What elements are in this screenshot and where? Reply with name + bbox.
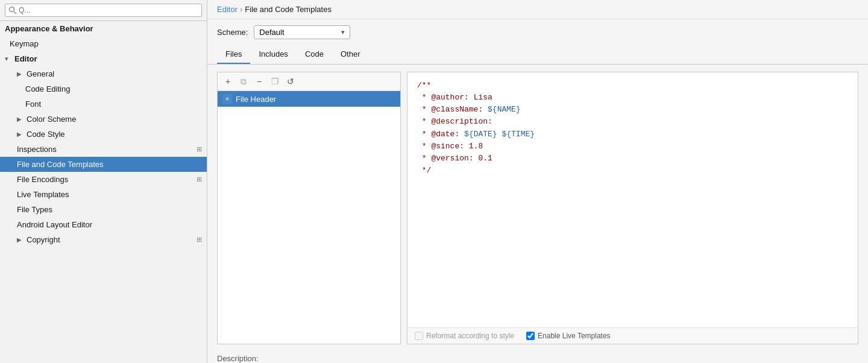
code-text: * [417,128,431,140]
sidebar: Appearance & BehaviorKeymap▾Editor▶Gener… [0,0,207,363]
sidebar-item-label: Live Templates [17,190,69,199]
tab-includes[interactable]: Includes [250,45,296,64]
code-text: @author: [431,92,468,104]
live-templates-label: Enable Live Templates [538,332,611,340]
scheme-value: Default [259,28,338,37]
sidebar-item-label: Code Style [27,130,65,139]
code-text [497,128,502,140]
sidebar-item-file-and-code-templates[interactable]: File and Code Templates [0,157,207,172]
sidebar-item-copyright[interactable]: ▶Copyright⊞ [0,232,207,247]
tab-files[interactable]: Files [217,45,250,64]
code-line: * @since: 1.8 [417,140,848,153]
sidebar-item-label: Inspections [17,145,57,154]
description-row: Description: [207,352,868,363]
sidebar-item-general[interactable]: ▶General [0,66,207,81]
chevron-icon: ▶ [17,71,24,77]
remove-template-button[interactable]: − [253,75,266,88]
code-line: */ [417,165,848,177]
code-text: @description: [431,116,492,128]
tab-code[interactable]: Code [297,45,332,64]
code-line: * @date: ${DATE} ${TIME} [417,128,848,140]
sidebar-item-label: Code Editing [25,84,70,93]
file-list: ≡File Header [218,91,400,344]
add-template-button[interactable]: + [221,75,234,88]
sidebar-item-keymap[interactable]: Keymap [0,36,207,51]
live-templates-checkbox-item: Enable Live Templates [526,332,611,340]
sidebar-item-label: Android Layout Editor [17,220,92,229]
search-input[interactable] [5,4,202,17]
editor-area: + ⧉ − ❐ ↺ ≡File Header /** * @author: Li… [207,65,868,352]
scheme-select[interactable]: Default ▾ [254,25,350,39]
code-variable: ${TIME} [502,128,535,140]
sidebar-item-label: Copyright [27,235,60,244]
code-line: * @description: [417,116,848,128]
sidebar-item-label: Appearance & Behavior [5,24,93,33]
code-text: */ [417,165,431,177]
sidebar-item-file-types[interactable]: File Types [0,202,207,217]
sidebar-item-font[interactable]: Font [0,96,207,112]
sidebar-item-file-encodings[interactable]: File Encodings⊞ [0,172,207,187]
code-editor[interactable]: /** * @author: Lisa * @className: ${NAME… [407,72,858,327]
content-area: Editor › File and Code Templates Scheme:… [207,0,868,363]
sidebar-item-code-style[interactable]: ▶Code Style [0,127,207,142]
sidebar-item-color-scheme[interactable]: ▶Color Scheme [0,112,207,127]
scheme-dropdown-arrow: ▾ [341,28,345,36]
copy-template-button[interactable]: ⧉ [237,75,250,88]
code-footer: Reformat according to style Enable Live … [407,327,858,344]
code-text: 0.1 [474,153,492,165]
code-text: * [417,140,431,153]
sidebar-right-icon: ⊞ [197,175,202,183]
chevron-icon: ▶ [17,131,24,137]
revert-template-button[interactable]: ↺ [284,75,297,88]
code-text: /** [417,80,431,92]
scheme-label: Scheme: [217,28,248,37]
sidebar-item-label: File Encodings [17,175,68,184]
code-line: /** [417,80,848,92]
sidebar-item-live-templates[interactable]: Live Templates [0,187,207,202]
code-panel: /** * @author: Lisa * @className: ${NAME… [407,72,858,344]
sidebar-item-label: Editor [14,54,37,63]
main-container: Appearance & BehaviorKeymap▾Editor▶Gener… [0,0,868,363]
sidebar-item-label: Color Scheme [27,115,76,124]
breadcrumb-current: File and Code Templates [245,5,332,14]
chevron-icon: ▶ [17,116,24,122]
code-text: * [417,104,431,116]
clone-template-button[interactable]: ❐ [268,75,281,88]
sidebar-item-label: Font [25,99,41,109]
live-templates-checkbox[interactable] [526,332,535,340]
sidebar-item-appearance[interactable]: Appearance & Behavior [0,21,207,36]
sidebar-item-inspections[interactable]: Inspections⊞ [0,142,207,157]
code-text: 1.8 [464,140,483,153]
code-text: Lisa [469,92,492,104]
code-text: * [417,116,431,128]
scheme-row: Scheme: Default ▾ [207,19,868,45]
code-text: @version: [431,153,473,165]
chevron-icon: ▾ [5,55,12,62]
sidebar-right-icon: ⊞ [197,145,202,153]
sidebar-right-icon: ⊞ [197,236,202,244]
code-text [483,104,488,116]
sidebar-item-label: Keymap [10,39,39,48]
code-line: * @version: 0.1 [417,153,848,165]
code-text: @date: [431,128,459,140]
tabs-bar: FilesIncludesCodeOther [207,45,868,65]
description-label: Description: [217,354,259,363]
file-icon: ≡ [222,94,232,104]
code-variable: ${NAME} [488,104,521,116]
code-text: @className: [431,104,483,116]
sidebar-items-container: Appearance & BehaviorKeymap▾Editor▶Gener… [0,21,207,247]
reformat-checkbox-item: Reformat according to style [415,332,514,340]
tab-other[interactable]: Other [332,45,369,64]
reformat-checkbox[interactable] [415,332,423,340]
code-text [459,128,464,140]
sidebar-item-editor[interactable]: ▾Editor [0,51,207,66]
breadcrumb-separator: › [240,5,242,14]
breadcrumb: Editor › File and Code Templates [207,0,868,19]
chevron-icon: ▶ [17,236,24,243]
sidebar-item-code-editing[interactable]: Code Editing [0,81,207,96]
file-list-toolbar: + ⧉ − ❐ ↺ [218,72,400,91]
breadcrumb-parent[interactable]: Editor [217,5,237,14]
sidebar-item-label: File Types [17,205,52,214]
sidebar-item-android-layout-editor[interactable]: Android Layout Editor [0,217,207,232]
file-item-file-header[interactable]: ≡File Header [218,91,400,107]
